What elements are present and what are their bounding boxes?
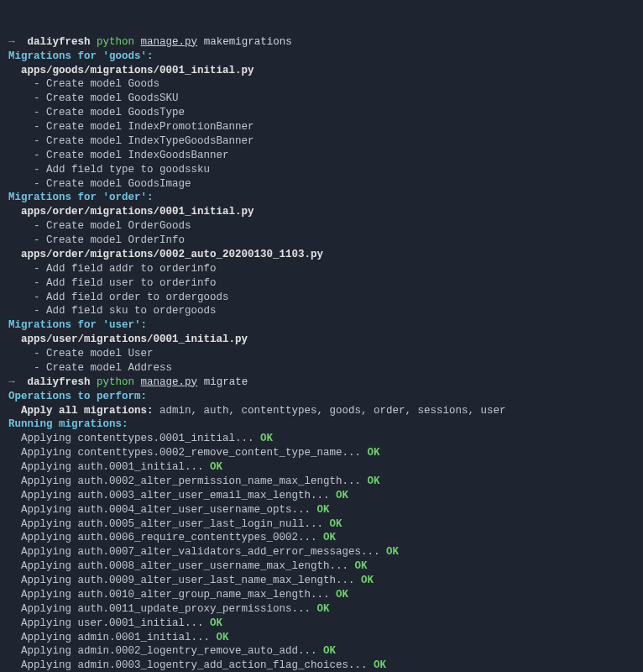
migration-item: - Create model GoodsType (34, 107, 185, 118)
virtualenv-name: daliyfresh (28, 36, 91, 48)
migration-item: - Create model Goods (34, 78, 159, 90)
migration-item: - Create model IndexTypeGoodsBanner (34, 135, 254, 147)
applying-line: Applying auth.0006_require_contenttypes_… (21, 532, 317, 543)
migration-item: - Create model IndexPromotionBanner (34, 121, 254, 133)
ok-status: OK (317, 532, 337, 543)
command-arg: makemigrations (204, 36, 292, 48)
terminal-output: → daliyfresh python manage.py makemigrat… (8, 35, 635, 672)
ok-status: OK (368, 659, 387, 671)
applying-line: Applying user.0001_initial... (21, 617, 204, 629)
migrations-header-goods: Migrations for 'goods': (8, 50, 154, 62)
prompt-line-2: → daliyfresh python manage.py migrate (8, 376, 248, 388)
ok-status: OK (317, 645, 337, 657)
ok-status: OK (330, 589, 349, 601)
ok-status: OK (254, 433, 274, 444)
applying-line: Applying admin.0002_logentry_remove_auto… (21, 645, 317, 657)
applying-line: Applying admin.0003_logentry_add_action_… (21, 659, 368, 671)
ok-status: OK (204, 461, 223, 473)
migration-file-order-2: apps/order/migrations/0002_auto_20200130… (21, 249, 323, 260)
applying-line: Applying auth.0005_alter_user_last_login… (21, 518, 323, 530)
migration-file-goods: apps/goods/migrations/0001_initial.py (21, 65, 254, 76)
ok-status: OK (330, 490, 349, 501)
applying-line: Applying auth.0004_alter_user_username_o… (21, 504, 311, 516)
applying-line: Applying contenttypes.0001_initial... (21, 433, 254, 444)
virtualenv-name: daliyfresh (28, 376, 91, 388)
migration-item: - Add field sku to ordergoods (34, 305, 217, 317)
migration-item: - Create model IndexGoodsBanner (34, 150, 229, 161)
ok-status: OK (361, 447, 380, 459)
migration-item: - Create model Address (34, 362, 172, 374)
migration-file-order-1: apps/order/migrations/0001_initial.py (21, 206, 254, 218)
ok-status: OK (380, 546, 400, 558)
script-name: manage.py (141, 376, 198, 388)
migration-item: - Add field type to goodssku (34, 164, 210, 176)
migration-item: - Add field addr to orderinfo (34, 263, 217, 275)
script-name: manage.py (141, 36, 198, 48)
migration-item: - Create model GoodsSKU (34, 92, 179, 104)
applying-line: Applying auth.0001_initial... (21, 461, 204, 473)
operations-header: Operations to perform: (8, 391, 147, 402)
command-arg: migrate (204, 376, 248, 388)
migrations-header-user: Migrations for 'user': (8, 319, 147, 331)
applying-line: Applying contenttypes.0002_remove_conten… (21, 447, 361, 459)
applying-line: Applying auth.0009_alter_user_last_name_… (21, 575, 355, 586)
ok-status: OK (210, 632, 229, 643)
migration-item: - Create model OrderGoods (34, 220, 191, 232)
ok-status: OK (311, 504, 330, 516)
prompt-arrow-icon: → (8, 36, 15, 48)
python-command: python (97, 36, 134, 48)
prompt-arrow-icon: → (8, 376, 15, 388)
applying-line: Applying auth.0008_alter_user_username_m… (21, 560, 348, 572)
migrations-header-order: Migrations for 'order': (8, 192, 154, 203)
ok-status: OK (348, 560, 368, 572)
migration-item: - Add field order to ordergoods (34, 291, 229, 303)
ok-status: OK (355, 575, 374, 586)
prompt-line-1: → daliyfresh python manage.py makemigrat… (8, 36, 292, 48)
migration-item: - Create model GoodsImage (34, 178, 191, 190)
migration-item: - Add field user to orderinfo (34, 277, 217, 289)
applying-line: Applying auth.0010_alter_group_name_max_… (21, 589, 330, 601)
running-migrations-header: Running migrations: (8, 418, 128, 430)
applying-line: Applying auth.0007_alter_validators_add_… (21, 546, 380, 558)
ok-status: OK (311, 603, 330, 615)
migration-file-user: apps/user/migrations/0001_initial.py (21, 333, 248, 345)
applying-line: Applying admin.0001_initial... (21, 632, 210, 643)
ok-status: OK (323, 518, 342, 530)
apply-all-list: admin, auth, contenttypes, goods, order,… (154, 405, 506, 417)
applying-line: Applying auth.0011_update_proxy_permissi… (21, 603, 311, 615)
applying-line: Applying auth.0002_alter_permission_name… (21, 475, 361, 487)
applying-line: Applying auth.0003_alter_user_email_max_… (21, 490, 330, 501)
ok-status: OK (204, 617, 223, 629)
ok-status: OK (361, 475, 380, 487)
migration-item: - Create model OrderInfo (34, 234, 185, 246)
apply-all-label: Apply all migrations: (21, 405, 154, 417)
migration-item: - Create model User (34, 348, 154, 360)
python-command: python (97, 376, 134, 388)
